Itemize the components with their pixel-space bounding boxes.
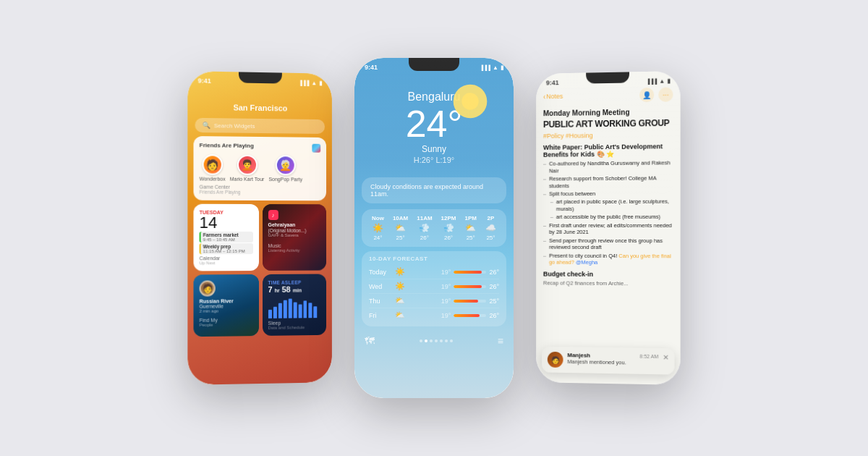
weather-condition: Sunny: [365, 144, 503, 154]
notif-message: Manjesh mentioned you.: [567, 358, 658, 366]
phones-container: 9:41 ▐▐▐ ▲ ▮ San Francisco 🔍 Search Widg…: [0, 0, 868, 456]
notch-center: [409, 58, 459, 71]
widgets-city-label: San Francisco: [233, 103, 287, 112]
notes-back-button[interactable]: ‹ Notes: [543, 93, 563, 101]
signal-icon-center: ▐▐▐: [480, 65, 490, 70]
forecast-row-wed: Wed ☀️ 19° 26°: [369, 279, 499, 294]
bullet-3: – Split focus between: [543, 190, 673, 198]
hourly-icon-3: 💨: [419, 223, 430, 233]
status-icons-center: ▐▐▐ ▲ ▮: [480, 64, 503, 71]
search-icon: 🔍: [203, 122, 210, 129]
notes-back-label: Notes: [546, 93, 563, 100]
findmy-sleep-row: 🧑 Russian River Guerneville 2 min ago Fi…: [193, 274, 326, 337]
sleep-bar-9: [308, 303, 312, 318]
status-icons-left: ▐▐▐ ▲ ▮: [299, 79, 322, 86]
back-chevron-icon: ‹: [543, 93, 545, 101]
search-bar[interactable]: 🔍 Search Widgets: [195, 118, 326, 134]
calendar-widget[interactable]: TUESDAY 14 Farmers market 9:45 – 10:45 A…: [193, 204, 258, 271]
hourly-icon-2: ⛅: [395, 223, 406, 233]
music-widget[interactable]: ♪ Gehraiyaan (Original Motion...) GAFF &…: [262, 204, 326, 271]
more-icon[interactable]: ···: [658, 87, 673, 101]
hourly-forecast: Now ☀️ 24° 10AM ⛅ 25° 11AM 💨 26°: [362, 209, 506, 247]
sleep-bar-1: [268, 310, 271, 318]
wifi-icon-center: ▲: [493, 64, 498, 71]
map-icon[interactable]: 🗺: [365, 335, 375, 347]
notif-close-button[interactable]: ✕: [663, 353, 668, 361]
gc-game-2: Mario Kart Tour: [230, 177, 265, 182]
gc-game-1: Wonderbox: [200, 176, 226, 181]
temp-bar-today: [454, 271, 486, 274]
sleep-bar-8: [303, 301, 307, 318]
time-left: 9:41: [198, 77, 211, 84]
bullet-2: – Research support from Schober! College…: [543, 174, 673, 189]
cal-event-1-name: Farmers market: [203, 232, 251, 237]
music-song-title: Gehraiyaan: [268, 222, 320, 227]
fm-time: 2 min ago: [200, 308, 253, 313]
signal-icon-left: ▐▐▐: [299, 80, 310, 85]
dot-4: [435, 339, 438, 342]
temp-bar-fri: [454, 314, 486, 317]
temp-bar-wed: [454, 285, 486, 288]
notification-banner[interactable]: 🧑 Manjesh 8:52 AM Manjesh mentioned you.…: [542, 347, 675, 375]
hourly-icon-1: ☀️: [373, 223, 383, 233]
sleep-bar-6: [293, 302, 297, 318]
share-icon[interactable]: 👤: [639, 88, 654, 102]
music-note-icon: ♪: [268, 210, 278, 220]
find-my-widget[interactable]: 🧑 Russian River Guerneville 2 min ago Fi…: [193, 274, 258, 337]
cal-event-1-time: 9:45 – 10:45 AM: [203, 237, 251, 242]
notif-time: 8:52 AM: [639, 354, 658, 359]
phone-center: 9:41 ▐▐▐ ▲ ▮ Bengaluru 24° Sunny H:26° L…: [354, 58, 514, 398]
gc-game-3: SongPop Party: [268, 177, 302, 182]
battery-icon-center: ▮: [501, 64, 503, 71]
list-icon[interactable]: ≡: [498, 335, 503, 347]
forecast-row-thu: Thu ⛅ 19° 25°: [369, 294, 499, 308]
bullet-3a: – art placed in public space (i.e. large…: [550, 198, 673, 213]
forecast-temps-wed: 19° 26°: [441, 283, 499, 290]
notif-text: Manjesh 8:52 AM Manjesh mentioned you.: [567, 352, 658, 366]
sleep-sub: Data and Schedule: [268, 325, 320, 330]
fm-sub: People: [200, 322, 253, 327]
gc-avatar-3: 🧑‍🦳 SongPop Party: [268, 155, 302, 182]
gc-avatar-2: 🧑‍🦱 Mario Kart Tour: [230, 155, 265, 182]
left-phone-screen: 9:41 ▐▐▐ ▲ ▮ San Francisco 🔍 Search Widg…: [187, 71, 332, 385]
sleep-bar-4: [283, 300, 286, 318]
sleep-bar-2: [273, 306, 276, 318]
forecast-row-fri: Fri ⛅ 19° 26°: [369, 308, 499, 322]
forecast-icon-wed: ☀️: [393, 282, 407, 291]
sun-graphic: [452, 83, 488, 119]
temp-bar-thu: [454, 300, 486, 303]
highlight-text: Can you give the final go ahead?: [549, 253, 671, 266]
wifi-icon-left: ▲: [311, 80, 317, 86]
hourly-item-now: Now ☀️ 24°: [372, 215, 384, 241]
forecast-row-today: Today ☀️ 19° 26°: [369, 265, 499, 279]
widgets-header: San Francisco: [187, 85, 332, 117]
hourly-icon-6: ☁️: [485, 223, 496, 233]
calendar-music-row: TUESDAY 14 Farmers market 9:45 – 10:45 A…: [193, 204, 326, 271]
cal-event-2-time: 11:15 AM – 12:15 PM: [203, 249, 251, 253]
sleep-value: 7 hr 58 min: [268, 284, 320, 295]
hourly-item-12pm: 12PM 💨 26°: [441, 215, 456, 241]
notch-right: [586, 72, 629, 83]
forecast-temps-today: 19° 26°: [441, 269, 499, 276]
sleep-bar-10: [313, 306, 317, 318]
hourly-icon-5: ⛅: [465, 223, 476, 233]
hourly-item-10am: 10AM ⛅ 25°: [393, 215, 408, 241]
bullet-3b: – art accessible by the public (free mus…: [550, 214, 673, 221]
game-center-widget[interactable]: Friends Are Playing 🧑 Wonderbox 🧑‍🦱 Mari…: [193, 136, 326, 200]
notes-nav: ‹ Notes 👤 ···: [536, 85, 681, 106]
search-placeholder: Search Widgets: [214, 122, 255, 130]
dot-6: [445, 339, 448, 342]
forecast-header: 10-DAY FORECAST: [369, 256, 499, 262]
forecast-section: 10-DAY FORECAST Today ☀️ 19° 26° Wed: [362, 251, 506, 326]
notes-nav-icons: 👤 ···: [639, 87, 673, 102]
sleep-widget[interactable]: TIME ASLEEP 7 hr 58 min: [262, 274, 326, 336]
sleep-bars: [268, 296, 320, 318]
cal-event-2: Weekly prep 11:15 AM – 12:15 PM: [200, 243, 253, 254]
paper-title: White Paper: Public Art's Development Be…: [543, 143, 673, 159]
dot-1: [420, 339, 422, 342]
forecast-icon-thu: ⛅: [393, 296, 407, 305]
page-dots: [420, 339, 453, 342]
gc-avatars: 🧑 Wonderbox 🧑‍🦱 Mario Kart Tour 🧑‍🦳 Song…: [200, 154, 321, 182]
sleep-bar-7: [298, 304, 302, 318]
avatar-circle-2: 🧑‍🦱: [237, 155, 258, 175]
